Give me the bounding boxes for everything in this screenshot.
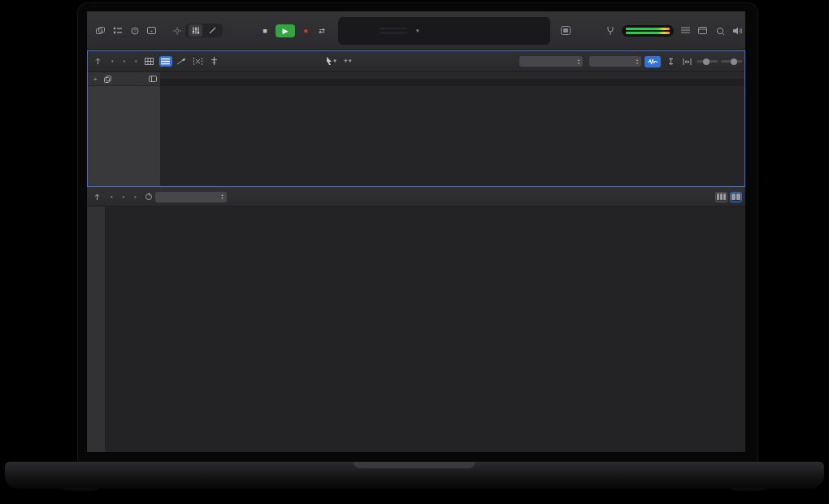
mixer-filter-buttons xyxy=(713,187,742,206)
flex-tool-icon[interactable] xyxy=(208,56,221,67)
menu-edit[interactable]: ▾ xyxy=(107,57,116,65)
library-icon[interactable] xyxy=(93,24,107,37)
mixer-toggle-icon[interactable] xyxy=(189,24,202,37)
laptop-base xyxy=(5,462,824,489)
pencil-icon[interactable] xyxy=(206,24,219,37)
control-bar-right-icons xyxy=(557,24,745,37)
browser-icon[interactable] xyxy=(696,24,710,37)
master-level-meter xyxy=(622,25,674,37)
cpu-meter xyxy=(380,28,407,34)
mixer-catch-icon[interactable] xyxy=(90,192,103,202)
svg-text:+: + xyxy=(150,28,154,33)
sends-popup[interactable]: ▴▾ xyxy=(155,192,227,202)
mixer-toggle-group xyxy=(185,24,223,37)
mixer-menu-view[interactable]: ▾ xyxy=(130,193,139,201)
control-bar-mode-icons xyxy=(168,24,223,37)
sends-power-icon[interactable] xyxy=(145,193,152,200)
track-list-header: + xyxy=(88,72,160,86)
mixer-menu-options[interactable]: ▾ xyxy=(119,193,128,201)
add-track-button[interactable]: + xyxy=(90,74,100,84)
horizontal-zoom-slider[interactable] xyxy=(721,60,742,63)
nudge-icon[interactable] xyxy=(170,24,184,37)
drag-popup[interactable]: ▴▾ xyxy=(589,56,641,67)
wide-view-icon[interactable] xyxy=(730,192,742,202)
narrow-view-icon[interactable] xyxy=(715,192,727,202)
mixer-panel xyxy=(87,206,745,452)
cycle-button[interactable]: ⇄ xyxy=(314,24,330,37)
logic-pro-window: ? + ■ ▶ ● ⇄ xyxy=(87,11,745,452)
lcd-expand-chevron-icon[interactable]: ▾ xyxy=(416,28,419,34)
laptop-foot xyxy=(62,487,99,491)
list-editors-icon[interactable] xyxy=(679,24,692,37)
pointer-tool-menu[interactable]: ▾ xyxy=(325,56,338,67)
play-button[interactable]: ▶ xyxy=(276,24,295,37)
laptop-lid-notch xyxy=(354,462,475,468)
loop-browser-icon[interactable] xyxy=(713,24,727,37)
recording-indicator-dot xyxy=(736,7,740,11)
control-bar: ? + ■ ▶ ● ⇄ xyxy=(87,11,745,50)
transport-buttons: ■ ▶ ● ⇄ xyxy=(257,24,330,37)
inspector-icon[interactable] xyxy=(111,24,124,37)
snap-drag-controls: ▴▾ ▴▾ xyxy=(516,51,742,72)
catch-playhead-icon[interactable] xyxy=(91,56,104,67)
mixer-toolbar: ▾ ▾ ▾ ▴▾ xyxy=(87,187,745,206)
stop-button[interactable]: ■ xyxy=(257,24,273,37)
tracks-toolbar: ▾ ▾ ▾ ▾ +▾ ▴▾ xyxy=(88,51,744,72)
list-view-icon[interactable] xyxy=(159,56,172,67)
track-headers xyxy=(88,86,160,186)
solo-mode-icon[interactable] xyxy=(558,24,572,37)
desktop: ? + ■ ▶ ● ⇄ xyxy=(0,0,829,504)
track-header-config-button[interactable] xyxy=(148,74,158,84)
mixer-row-labels xyxy=(87,206,106,452)
laptop-bezel: ? + ■ ▶ ● ⇄ xyxy=(78,3,757,462)
menu-view[interactable]: ▾ xyxy=(131,57,140,65)
marquee-tool-icon[interactable] xyxy=(192,56,205,67)
crossfade-tool-icon[interactable] xyxy=(176,56,189,67)
media-browser-icon[interactable] xyxy=(730,24,744,37)
record-button[interactable]: ● xyxy=(297,24,314,37)
tuner-icon[interactable] xyxy=(603,24,617,37)
quick-help-icon[interactable]: ? xyxy=(128,24,141,37)
svg-text:?: ? xyxy=(133,28,137,33)
auto-track-zoom-icon[interactable] xyxy=(664,56,677,67)
waveform-zoom-button[interactable] xyxy=(645,56,661,67)
lcd-display[interactable]: ▾ xyxy=(338,17,550,45)
secondary-tool-menu[interactable]: +▾ xyxy=(341,56,354,67)
count-in-button[interactable] xyxy=(575,24,600,37)
toolbar-icon[interactable]: + xyxy=(145,24,158,37)
snap-popup[interactable]: ▴▾ xyxy=(519,56,583,67)
mixer-menu-edit[interactable]: ▾ xyxy=(106,193,115,201)
bar-ruler[interactable] xyxy=(160,72,744,80)
track-lanes xyxy=(160,86,744,186)
marker-track xyxy=(160,80,744,86)
collapse-zoom-icon[interactable] xyxy=(680,56,693,67)
tracks-area-window: ▾ ▾ ▾ ▾ +▾ ▴▾ xyxy=(87,50,745,187)
control-bar-left-icons: ? + xyxy=(92,24,160,37)
laptop-foot xyxy=(730,487,767,491)
duplicate-track-button[interactable] xyxy=(102,74,112,84)
grid-view-icon[interactable] xyxy=(143,56,156,67)
menu-functions[interactable]: ▾ xyxy=(119,57,128,65)
vertical-zoom-slider[interactable] xyxy=(697,60,718,63)
tracks-area: + xyxy=(88,72,744,186)
